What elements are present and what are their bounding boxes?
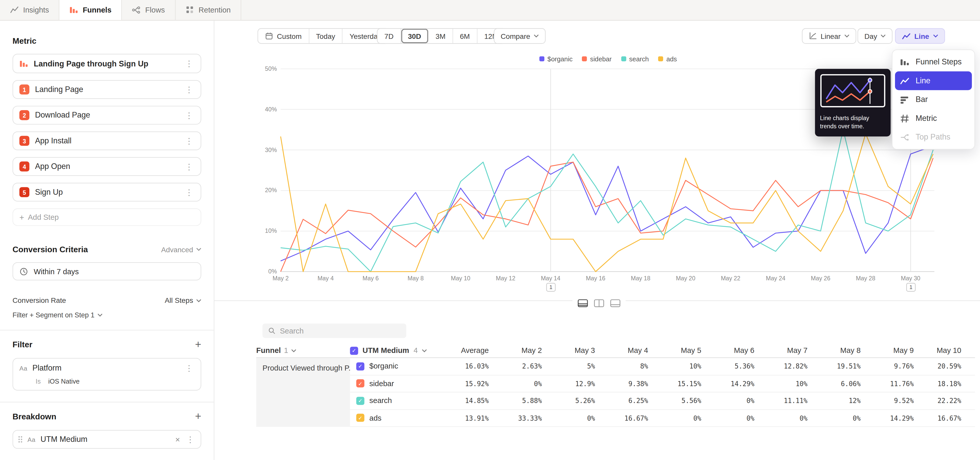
breakdown-property-name: UTM Medium: [41, 435, 170, 444]
column-header-may-9[interactable]: May 9: [867, 346, 920, 355]
utm-medium-column-header[interactable]: ✓ UTM Medium 4: [350, 346, 438, 355]
filter-segment-dropdown[interactable]: Filter + Segment on Step 1: [13, 311, 201, 318]
column-header-may-5[interactable]: May 5: [654, 346, 708, 355]
column-header-may-7[interactable]: May 7: [760, 346, 814, 355]
conversion-window-value: Within 7 days: [34, 267, 79, 275]
breakdown-card[interactable]: Aa UTM Medium × ⋮: [13, 430, 201, 449]
today-button[interactable]: Today: [309, 29, 342, 43]
series-name-cell: ✓sidebar: [350, 379, 438, 388]
menu-item-line[interactable]: Line: [895, 71, 972, 90]
value-cell: 6.06%: [814, 380, 867, 387]
search-icon: [268, 327, 275, 335]
kebab-icon[interactable]: ⋮: [185, 435, 196, 443]
tab-retention[interactable]: Retention: [175, 0, 241, 20]
conversion-window-card[interactable]: Within 7 days: [13, 262, 201, 280]
column-header-may-10[interactable]: May 10: [920, 346, 967, 355]
checkbox-checked-icon[interactable]: ✓: [350, 347, 358, 355]
chart-type-dropdown[interactable]: Line: [895, 28, 945, 44]
conversion-rate-label: Conversion Rate: [13, 297, 66, 304]
add-breakdown-button[interactable]: +: [195, 411, 201, 422]
add-filter-button[interactable]: +: [195, 339, 201, 350]
kebab-icon[interactable]: ⋮: [184, 163, 194, 171]
column-header-may-8[interactable]: May 8: [814, 346, 867, 355]
menu-item-label: Top Paths: [916, 133, 950, 141]
drag-handle-icon[interactable]: [18, 436, 22, 443]
x-axis-label: May 4: [312, 275, 339, 282]
column-header-may-2[interactable]: May 2: [495, 346, 548, 355]
view-chart-and-table-button[interactable]: [578, 299, 588, 307]
all-steps-dropdown[interactable]: All Steps: [165, 297, 201, 304]
menu-item-label: Funnel Steps: [916, 58, 962, 66]
chart-type-label: Line: [915, 32, 929, 40]
value-cell: 12.82%: [760, 363, 814, 370]
menu-item-bar[interactable]: Bar: [895, 90, 972, 109]
value-cell: 16.67%: [920, 414, 967, 422]
date-range-group: 7D30D3M6M12M: [377, 28, 506, 44]
value-cell: 5%: [548, 363, 601, 370]
kebab-icon[interactable]: ⋮: [184, 85, 194, 94]
chart-type-tooltip: Line charts display trends over time.: [815, 69, 891, 136]
checkbox-checked-icon[interactable]: ✓: [356, 397, 364, 405]
funnel-step-sign-up[interactable]: 5Sign Up⋮: [13, 183, 201, 201]
tab-funnels[interactable]: Funnels: [60, 0, 122, 20]
checkbox-checked-icon[interactable]: ✓: [356, 414, 364, 422]
compare-button[interactable]: Compare: [494, 28, 546, 44]
calendar-icon: [265, 32, 273, 40]
column-header-may-3[interactable]: May 3: [548, 346, 601, 355]
table-search[interactable]: [262, 324, 406, 338]
add-step-button[interactable]: + Add Step: [13, 209, 201, 226]
funnel-title-card[interactable]: Landing Page through Sign Up ⋮: [13, 54, 201, 73]
search-input[interactable]: [280, 326, 401, 335]
kebab-icon[interactable]: ⋮: [184, 59, 194, 68]
funnel-step-landing-page[interactable]: 1Landing Page⋮: [13, 80, 201, 99]
scale-dropdown[interactable]: Linear: [802, 28, 856, 44]
funnel-step-app-open[interactable]: 4App Open⋮: [13, 157, 201, 176]
menu-item-metric[interactable]: Metric: [895, 109, 972, 128]
tooltip-text: Line charts display trends over time.: [820, 115, 886, 131]
tab-insights[interactable]: Insights: [0, 0, 60, 20]
value-cell: 0%: [760, 414, 814, 422]
range-3m-button[interactable]: 3M: [429, 29, 453, 43]
funnel-column-header[interactable]: Funnel 1: [256, 346, 350, 355]
custom-date-button[interactable]: Custom: [258, 29, 309, 43]
funnel-step-download-page[interactable]: 2Download Page⋮: [13, 106, 201, 125]
column-header-may-6[interactable]: May 6: [708, 346, 760, 355]
filter-card[interactable]: Aa Platform ⋮ Is iOS Native: [13, 358, 201, 390]
funnel-step-app-install[interactable]: 3App Install⋮: [13, 131, 201, 150]
row-group-label[interactable]: Product Viewed through P...: [256, 358, 350, 427]
bar-chart-icon: [900, 95, 910, 104]
scale-label: Linear: [821, 32, 841, 40]
average-column-header[interactable]: Average: [438, 346, 495, 355]
tab-flows[interactable]: Flows: [122, 0, 175, 20]
annotation-marker[interactable]: 1: [906, 283, 916, 292]
checkbox-checked-icon[interactable]: ✓: [356, 380, 364, 388]
range-30d-button[interactable]: 30D: [401, 29, 429, 43]
checkbox-checked-icon[interactable]: ✓: [356, 362, 364, 370]
view-split-button[interactable]: [594, 299, 605, 307]
conversion-rate-row: Conversion Rate All Steps: [13, 297, 201, 304]
x-axis-label: May 28: [852, 275, 880, 282]
annotation-marker[interactable]: 1: [546, 283, 555, 292]
kebab-icon[interactable]: ⋮: [184, 111, 194, 119]
advanced-dropdown[interactable]: Advanced: [161, 246, 201, 253]
utm-count: 4: [414, 346, 417, 355]
all-steps-value: All Steps: [165, 297, 193, 304]
series-name-cell: ✓search: [350, 396, 438, 405]
range-6m-button[interactable]: 6M: [453, 29, 477, 43]
menu-item-label: Bar: [916, 95, 928, 104]
kebab-icon[interactable]: ⋮: [184, 137, 194, 145]
tab-label: Insights: [23, 6, 49, 14]
remove-icon[interactable]: ×: [175, 435, 180, 443]
column-header-may-4[interactable]: May 4: [601, 346, 654, 355]
custom-label: Custom: [277, 32, 302, 40]
view-table-only-button[interactable]: [610, 299, 620, 307]
filter-condition-row[interactable]: Is iOS Native: [13, 377, 200, 385]
metric-heading: Metric: [13, 36, 201, 46]
range-7d-button[interactable]: 7D: [377, 29, 401, 43]
menu-item-funnel-steps[interactable]: Funnel Steps: [895, 53, 972, 71]
table-row-sidebar: ✓sidebar15.92%0%12.9%9.38%15.15%14.29%10…: [350, 375, 975, 392]
series-name-cell: ✓$organic: [350, 362, 438, 371]
kebab-icon[interactable]: ⋮: [184, 364, 194, 372]
kebab-icon[interactable]: ⋮: [184, 188, 194, 196]
granularity-dropdown[interactable]: Day: [858, 28, 893, 44]
